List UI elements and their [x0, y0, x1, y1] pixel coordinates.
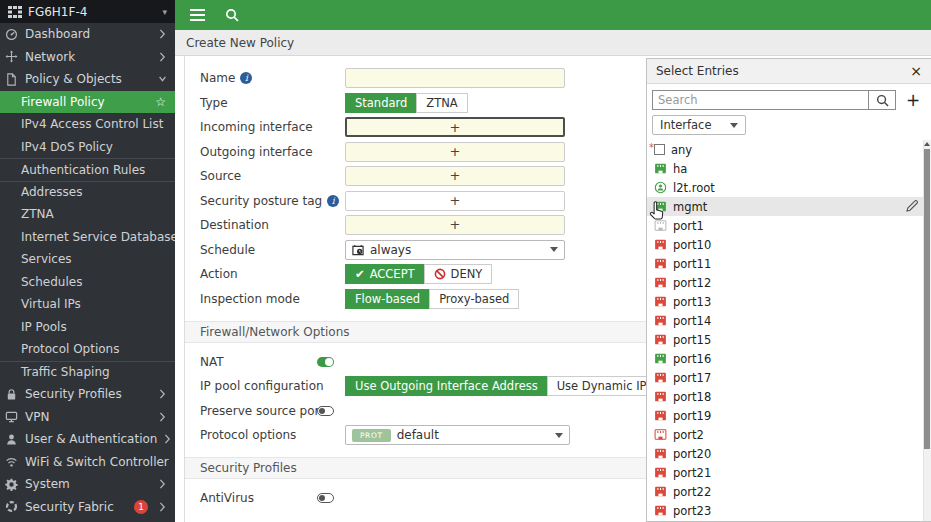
- sidebar-item-firewall-policy[interactable]: Firewall Policy ☆: [0, 91, 175, 114]
- entry-port18[interactable]: port18: [647, 387, 931, 406]
- entry-port2[interactable]: port2: [647, 425, 931, 444]
- schedule-icon: [352, 244, 364, 256]
- device-selector[interactable]: FG6H1F-4 ▾: [0, 0, 175, 23]
- add-entry-button[interactable]: +: [902, 90, 924, 110]
- port-up-icon: [654, 162, 667, 175]
- hamburger-menu-icon[interactable]: [190, 9, 205, 21]
- sidebar-item-addresses[interactable]: Addresses: [0, 181, 175, 204]
- scrollbar-up-arrow[interactable]: [924, 142, 930, 146]
- inspection-flow-button[interactable]: Flow-based: [345, 289, 430, 309]
- search-button[interactable]: [869, 90, 896, 110]
- sidebar-item-ipv4-dos-policy[interactable]: IPv4 DoS Policy: [0, 136, 175, 159]
- antivirus-toggle[interactable]: [317, 493, 334, 503]
- protocol-options-select[interactable]: PROT default: [345, 425, 570, 445]
- sidebar-item-authentication-rules[interactable]: Authentication Rules: [0, 158, 175, 181]
- sidebar-item-ztna[interactable]: ZTNA: [0, 203, 175, 226]
- entry-port10[interactable]: port10: [647, 235, 931, 254]
- section-firewall-network-options: Firewall/Network Options: [185, 321, 650, 343]
- ip-pool-outgoing-button[interactable]: Use Outgoing Interface Address: [345, 376, 548, 396]
- edit-pencil-icon[interactable]: [906, 200, 918, 212]
- entry-port21[interactable]: port21: [647, 463, 931, 482]
- port-up-icon: [654, 200, 667, 213]
- sidebar-item-security-profiles[interactable]: Security Profiles: [0, 383, 175, 406]
- scrollbar-track[interactable]: [923, 140, 931, 521]
- entry-port20[interactable]: port20: [647, 444, 931, 463]
- schedule-select[interactable]: always: [345, 240, 565, 260]
- incoming-interface-add[interactable]: +: [345, 117, 565, 137]
- port-down-icon: [654, 314, 667, 327]
- sidebar-item-virtual-ips[interactable]: Virtual IPs: [0, 293, 175, 316]
- entry-port13[interactable]: port13: [647, 292, 931, 311]
- entry-port23[interactable]: port23: [647, 501, 931, 520]
- sidebar-item-wifi-switch-controller[interactable]: WiFi & Switch Controller: [0, 451, 175, 474]
- info-icon: i: [240, 72, 252, 84]
- sidebar-item-ipv4-access-control-list[interactable]: IPv4 Access Control List: [0, 113, 175, 136]
- entry-port16[interactable]: port16: [647, 349, 931, 368]
- entry-any[interactable]: * any: [647, 140, 931, 159]
- entry-port19[interactable]: port19: [647, 406, 931, 425]
- outgoing-interface-add[interactable]: +: [345, 142, 565, 162]
- entry-ha[interactable]: ha: [647, 159, 931, 178]
- entry-port12[interactable]: port12: [647, 273, 931, 292]
- port-down-icon: [654, 257, 667, 270]
- entry-port14[interactable]: port14: [647, 311, 931, 330]
- search-input[interactable]: [652, 90, 869, 110]
- sidebar-item-log-report[interactable]: Log & Report: [0, 518, 175, 522]
- chevron-right-icon: [159, 502, 166, 512]
- chevron-right-icon: [164, 434, 171, 444]
- panel-search-row: +: [647, 84, 931, 113]
- nat-toggle[interactable]: [317, 357, 334, 367]
- sidebar-item-dashboard[interactable]: Dashboard: [0, 23, 175, 46]
- sidebar-item-schedules[interactable]: Schedules: [0, 271, 175, 294]
- caret-down-icon: [730, 123, 738, 128]
- scrollbar-thumb[interactable]: [924, 149, 930, 449]
- port-down-icon: [654, 485, 667, 498]
- source-add[interactable]: +: [345, 166, 565, 186]
- inspection-proxy-button[interactable]: Proxy-based: [429, 289, 519, 309]
- caret-down-icon: [550, 247, 558, 252]
- fabric-icon: [5, 500, 18, 513]
- posture-tag-add[interactable]: +: [345, 191, 565, 211]
- sidebar-item-protocol-options[interactable]: Protocol Options: [0, 338, 175, 361]
- sidebar-item-security-fabric[interactable]: Security Fabric 1: [0, 496, 175, 519]
- sidebar-item-internet-service-database[interactable]: Internet Service Database: [0, 226, 175, 249]
- sidebar-item-vpn[interactable]: VPN: [0, 406, 175, 429]
- category-dropdown[interactable]: Interface: [652, 115, 746, 135]
- port-up-icon: [654, 352, 667, 365]
- close-icon[interactable]: ×: [910, 64, 922, 78]
- sidebar-item-ip-pools[interactable]: IP Pools: [0, 316, 175, 339]
- entry-port1[interactable]: port1: [647, 216, 931, 235]
- entry-port15[interactable]: port15: [647, 330, 931, 349]
- entry-port11[interactable]: port11: [647, 254, 931, 273]
- action-accept-button[interactable]: ✔ ACCEPT: [345, 264, 425, 284]
- chevron-down-icon: ▾: [162, 7, 167, 17]
- checkbox[interactable]: [654, 144, 665, 155]
- panel-category-row: Interface: [647, 113, 931, 138]
- sidebar-item-system[interactable]: System: [0, 473, 175, 496]
- chevron-right-icon: [159, 29, 166, 39]
- chevron-right-icon: [159, 412, 166, 422]
- type-standard-button[interactable]: Standard: [345, 93, 417, 113]
- type-ztna-button[interactable]: ZTNA: [416, 93, 467, 113]
- action-deny-button[interactable]: DENY: [424, 264, 493, 284]
- sidebar-item-traffic-shaping[interactable]: Traffic Shaping: [0, 361, 175, 384]
- preserve-source-port-toggle[interactable]: [317, 406, 334, 416]
- sidebar-item-policy-objects[interactable]: Policy & Objects: [0, 68, 175, 91]
- sidebar-item-services[interactable]: Services: [0, 248, 175, 271]
- sidebar-item-user-authentication[interactable]: User & Authentication: [0, 428, 175, 451]
- name-input[interactable]: [345, 68, 565, 88]
- page-header: Create New Policy: [175, 30, 931, 56]
- search-icon[interactable]: [225, 8, 239, 22]
- arrows-icon: [5, 50, 18, 63]
- port-down-outline-icon: [654, 428, 667, 441]
- entry-mgmt[interactable]: mgmt: [647, 197, 931, 216]
- sidebar-item-network[interactable]: Network: [0, 46, 175, 69]
- page-title: Create New Policy: [186, 36, 294, 50]
- entry-l2t-root[interactable]: l2t.root: [647, 178, 931, 197]
- destination-add[interactable]: +: [345, 215, 565, 235]
- favorite-star-icon[interactable]: ☆: [155, 95, 166, 109]
- caret-down-icon: [555, 433, 563, 438]
- entry-port17[interactable]: port17: [647, 368, 931, 387]
- check-icon: ✔: [355, 267, 365, 281]
- entry-port22[interactable]: port22: [647, 482, 931, 501]
